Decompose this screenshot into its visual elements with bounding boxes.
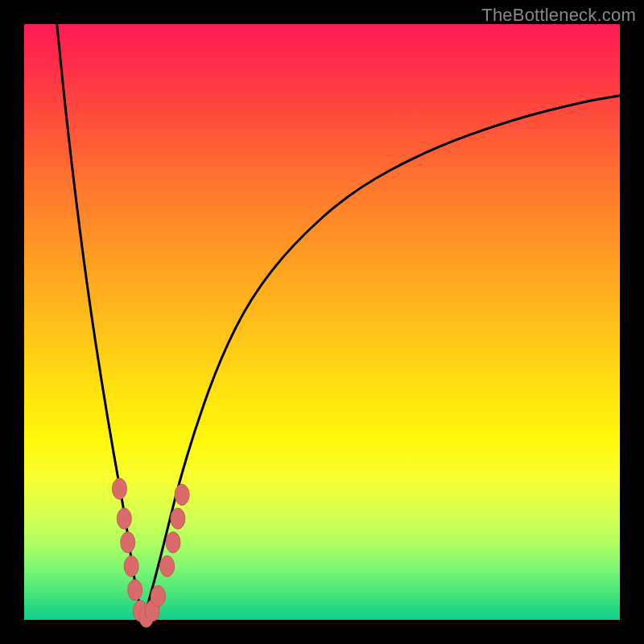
marker-dot [171,508,185,529]
marker-cluster [112,478,189,627]
marker-dot [117,508,131,529]
marker-dot [112,478,126,499]
marker-dot [121,532,135,553]
marker-dot [128,580,142,601]
bottleneck-curve-svg [24,24,620,620]
marker-dot [175,485,189,506]
marker-dot [166,532,180,553]
plot-area [24,24,620,620]
marker-dot [151,585,166,606]
curve-left-branch [57,24,143,620]
watermark-text: TheBottleneck.com [481,5,636,26]
marker-dot [124,555,138,576]
chart-frame: TheBottleneck.com [0,0,644,644]
curve-right-branch [143,96,620,620]
marker-dot [160,555,175,576]
